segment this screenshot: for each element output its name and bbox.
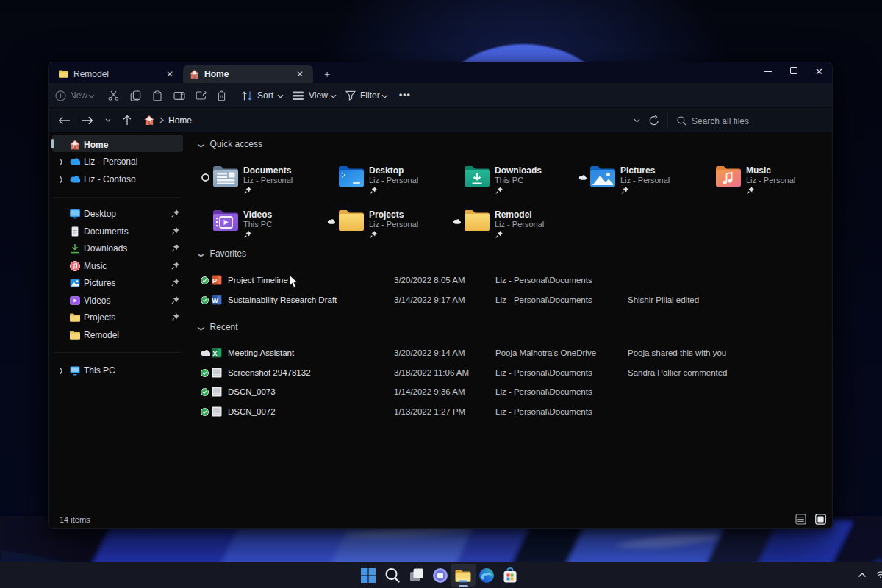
svg-text:W: W	[212, 297, 218, 304]
svg-text:X: X	[212, 349, 218, 357]
svg-text:P: P	[212, 276, 218, 284]
